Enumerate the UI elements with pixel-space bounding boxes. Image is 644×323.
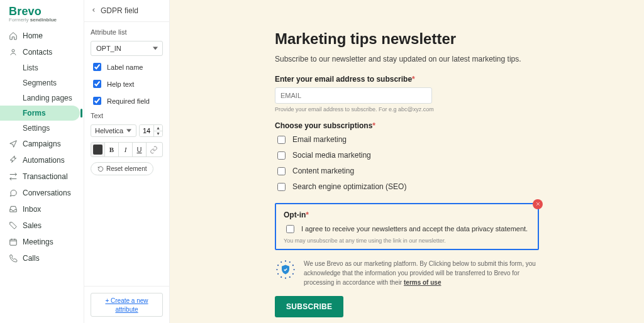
conversations-icon <box>9 189 18 197</box>
brand-name: Brevo <box>9 5 75 18</box>
nav-forms[interactable]: Forms <box>0 106 80 121</box>
nav-contacts[interactable]: Contacts <box>0 44 84 60</box>
form-description: Subscribe to our newsletter and stay upd… <box>275 54 539 65</box>
svg-point-7 <box>289 276 291 278</box>
transactional-icon <box>9 172 18 181</box>
optin-checkbox[interactable]: I agree to receive your newsletters and … <box>284 224 530 235</box>
nav-campaigns-label: Campaigns <box>23 140 61 148</box>
underline-button[interactable]: U <box>133 143 147 156</box>
svg-rect-1 <box>10 239 17 245</box>
nav-conversations-label: Conversations <box>23 189 71 197</box>
label-name-checkbox[interactable]: Label name <box>91 61 163 73</box>
nav-landing-pages[interactable]: Landing pages <box>0 90 84 106</box>
left-nav: Brevo Formerly sendinblue Home Contacts … <box>0 0 84 323</box>
bold-button[interactable]: B <box>105 143 119 156</box>
create-attribute-link[interactable]: + Create a new attribute <box>105 297 148 313</box>
text-color-swatch[interactable] <box>91 143 105 156</box>
nav-calls[interactable]: Calls <box>0 250 84 266</box>
subscriptions-label: Choose your subscriptions* <box>275 121 539 130</box>
font-select[interactable]: Helvetica <box>91 124 136 137</box>
chevron-left-icon <box>91 6 97 15</box>
required-field-checkbox[interactable]: Required field <box>91 95 163 107</box>
svg-point-11 <box>276 269 277 270</box>
form-preview: Marketing tips newsletter Subscribe to o… <box>275 30 539 323</box>
form-title: Marketing tips newsletter <box>275 30 539 48</box>
panel-back[interactable]: GDPR field <box>84 0 169 22</box>
delete-optin-button[interactable] <box>533 199 543 209</box>
svg-point-3 <box>289 261 291 263</box>
nav-calls-label: Calls <box>23 254 40 263</box>
brand-logo: Brevo Formerly sendinblue <box>0 5 84 28</box>
form-canvas[interactable]: Marketing tips newsletter Subscribe to o… <box>170 0 644 323</box>
optin-title: Opt-in* <box>284 211 530 219</box>
calls-icon <box>9 254 18 263</box>
nav-campaigns[interactable]: Campaigns <box>0 136 84 152</box>
subscribe-button[interactable]: SUBSCRIBE <box>275 296 343 317</box>
svg-point-2 <box>285 260 286 261</box>
font-size-stepper[interactable]: ▲ ▼ <box>139 124 163 137</box>
svg-point-4 <box>292 265 294 266</box>
svg-point-12 <box>277 265 279 266</box>
svg-point-10 <box>277 273 279 274</box>
font-size-up[interactable]: ▲ <box>153 125 162 131</box>
nav-home[interactable]: Home <box>0 28 84 44</box>
nav-inbox-label: Inbox <box>23 205 41 214</box>
nav-settings[interactable]: Settings <box>0 121 84 136</box>
nav-lists[interactable]: Lists <box>0 60 84 75</box>
email-label: Enter your email address to subscribe* <box>275 75 539 84</box>
panel-title: GDPR field <box>101 6 138 15</box>
text-label: Text <box>91 112 163 119</box>
gdpr-badge-icon <box>275 259 296 280</box>
nav-home-label: Home <box>23 31 43 40</box>
nav-conversations[interactable]: Conversations <box>0 185 84 201</box>
help-text-checkbox[interactable]: Help text <box>91 78 163 90</box>
email-input[interactable] <box>275 87 432 104</box>
svg-point-5 <box>293 269 294 270</box>
automations-icon <box>9 156 18 165</box>
nav-contacts-label: Contacts <box>23 48 52 57</box>
home-icon <box>9 31 18 40</box>
font-size-down[interactable]: ▼ <box>153 131 162 137</box>
nav-inbox[interactable]: Inbox <box>0 201 84 217</box>
nav-sales-label: Sales <box>23 221 42 230</box>
subscriptions-list: Email marketing Social media marketing C… <box>275 134 539 193</box>
svg-point-0 <box>12 50 14 52</box>
nav-automations[interactable]: Automations <box>0 152 84 168</box>
sub-content-marketing[interactable]: Content marketing <box>275 165 539 177</box>
gdpr-text: We use Brevo as our marketing platform. … <box>304 259 539 287</box>
inbox-icon <box>9 205 18 214</box>
brand-tagline: Formerly sendinblue <box>9 17 75 23</box>
font-size-input[interactable] <box>140 125 153 136</box>
optin-block[interactable]: Opt-in* I agree to receive your newslett… <box>275 203 539 250</box>
italic-button[interactable]: I <box>119 143 133 156</box>
svg-point-6 <box>292 273 294 274</box>
campaigns-icon <box>9 140 18 148</box>
nav-sales[interactable]: Sales <box>0 217 84 234</box>
sub-seo[interactable]: Search engine optimization (SEO) <box>275 181 539 193</box>
sales-icon <box>9 221 18 230</box>
nav-meetings-label: Meetings <box>23 238 53 246</box>
svg-point-13 <box>280 261 282 263</box>
nav-transactional-label: Transactional <box>23 172 68 181</box>
attribute-list-label: Attribute list <box>91 28 163 36</box>
sub-social-media[interactable]: Social media marketing <box>275 150 539 162</box>
terms-link[interactable]: terms of use <box>404 279 441 286</box>
nav-transactional[interactable]: Transactional <box>0 168 84 185</box>
meetings-icon <box>9 238 18 246</box>
nav-meetings[interactable]: Meetings <box>0 234 84 250</box>
svg-point-9 <box>280 276 282 278</box>
nav-automations-label: Automations <box>23 156 65 165</box>
contacts-icon <box>9 48 18 57</box>
svg-point-8 <box>285 277 286 278</box>
optin-help: You may unsubscribe at any time using th… <box>284 238 530 244</box>
nav-segments[interactable]: Segments <box>0 75 84 90</box>
email-help: Provide your email address to subscribe.… <box>275 106 539 112</box>
editor-panel: GDPR field Attribute list OPT_IN Label n… <box>84 0 170 323</box>
attribute-select[interactable]: OPT_IN <box>91 41 163 56</box>
sub-email-marketing[interactable]: Email marketing <box>275 134 539 146</box>
gdpr-notice: We use Brevo as our marketing platform. … <box>275 259 539 287</box>
link-button[interactable] <box>147 143 160 156</box>
reset-element-button[interactable]: Reset element <box>91 162 153 175</box>
